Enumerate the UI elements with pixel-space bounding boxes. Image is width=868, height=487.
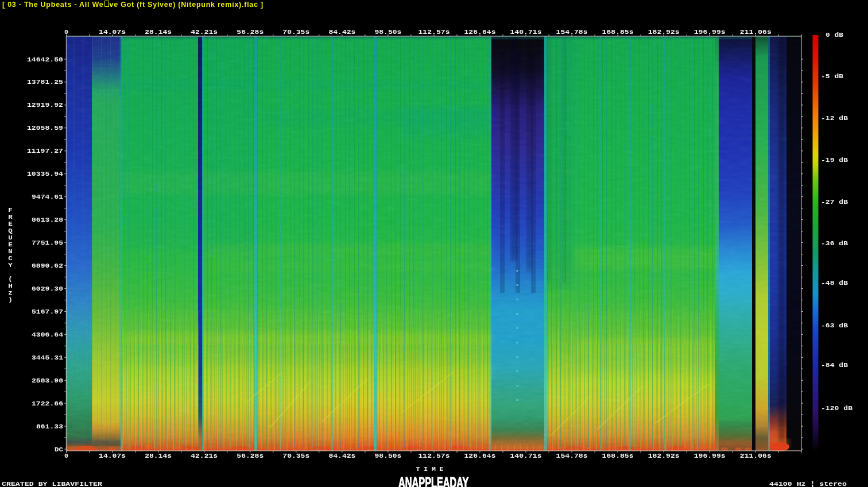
svg-text:6029.30: 6029.30 (32, 285, 63, 292)
svg-text:14642.58: 14642.58 (27, 56, 63, 63)
svg-text:0: 0 (64, 28, 68, 36)
svg-text:44100 Hz ¦ stereo: 44100 Hz ¦ stereo (769, 480, 847, 487)
svg-text:196.99s: 196.99s (694, 452, 726, 459)
svg-text:140.71s: 140.71s (510, 452, 542, 459)
svg-text:1722.66: 1722.66 (32, 400, 63, 407)
svg-text:182.92s: 182.92s (648, 452, 680, 459)
svg-text:211.06s: 211.06s (740, 28, 772, 36)
svg-text:70.35s: 70.35s (282, 28, 309, 36)
svg-text:14.07s: 14.07s (99, 452, 126, 459)
svg-text:98.50s: 98.50s (374, 452, 401, 459)
svg-text:-36 dB: -36 dB (821, 239, 848, 247)
svg-text:-84 dB: -84 dB (821, 361, 848, 369)
svg-text:0: 0 (64, 452, 68, 459)
svg-text:): ) (8, 296, 13, 303)
svg-text:13781.25: 13781.25 (27, 78, 63, 86)
svg-text:12919.92: 12919.92 (27, 101, 63, 109)
svg-text:2583.98: 2583.98 (32, 377, 63, 384)
svg-text:7751.95: 7751.95 (32, 239, 63, 246)
svg-text:168.85s: 168.85s (602, 28, 634, 36)
svg-text:112.57s: 112.57s (418, 452, 450, 459)
svg-text:42.21s: 42.21s (191, 28, 218, 36)
svg-text:140.71s: 140.71s (510, 28, 542, 36)
svg-text:28.14s: 28.14s (145, 452, 172, 459)
svg-text:-120 dB: -120 dB (821, 404, 852, 412)
svg-text:12058.59: 12058.59 (27, 124, 63, 132)
svg-text:211.06s: 211.06s (740, 452, 772, 459)
svg-text:861.33: 861.33 (36, 423, 63, 430)
svg-text:56.28s: 56.28s (237, 452, 264, 459)
svg-text:28.14s: 28.14s (145, 28, 172, 36)
svg-text:-27 dB: -27 dB (821, 198, 848, 206)
svg-text:-48 dB: -48 dB (821, 279, 848, 287)
svg-text:126.64s: 126.64s (464, 28, 496, 36)
svg-text:9474.61: 9474.61 (32, 193, 63, 200)
svg-text:DC: DC (55, 446, 63, 453)
svg-text:-19 dB: -19 dB (821, 156, 848, 164)
svg-text:112.57s: 112.57s (418, 28, 450, 36)
svg-text:3445.31: 3445.31 (32, 354, 63, 361)
svg-text:-12 dB: -12 dB (821, 114, 848, 122)
svg-text:6890.62: 6890.62 (32, 262, 63, 269)
svg-text:56.28s: 56.28s (237, 28, 264, 36)
svg-text:0 dB: 0 dB (826, 31, 843, 38)
svg-text:84.42s: 84.42s (328, 452, 355, 459)
svg-text:196.99s: 196.99s (694, 28, 726, 36)
svg-text:Y: Y (8, 261, 13, 269)
svg-text:126.64s: 126.64s (464, 452, 496, 459)
svg-text:-5 dB: -5 dB (821, 72, 843, 80)
svg-text:98.50s: 98.50s (374, 28, 401, 36)
svg-text:154.78s: 154.78s (556, 452, 588, 459)
svg-text:84.42s: 84.42s (328, 28, 355, 36)
svg-text:154.78s: 154.78s (556, 28, 588, 36)
svg-text:42.21s: 42.21s (191, 452, 218, 459)
svg-text:182.92s: 182.92s (648, 28, 680, 36)
svg-text:4306.64: 4306.64 (32, 331, 63, 338)
svg-text:TIME: TIME (416, 465, 444, 473)
svg-text:11197.27: 11197.27 (27, 147, 63, 154)
svg-text:8613.28: 8613.28 (32, 216, 63, 223)
svg-text:CREATED BY LIBAVFILTER: CREATED BY LIBAVFILTER (2, 480, 102, 487)
svg-text:10335.94: 10335.94 (27, 170, 63, 177)
svg-text:-63 dB: -63 dB (821, 322, 848, 329)
svg-text:70.35s: 70.35s (282, 452, 309, 459)
svg-text:14.07s: 14.07s (99, 28, 126, 36)
svg-text:5167.97: 5167.97 (32, 308, 63, 315)
svg-text:168.85s: 168.85s (602, 452, 634, 459)
